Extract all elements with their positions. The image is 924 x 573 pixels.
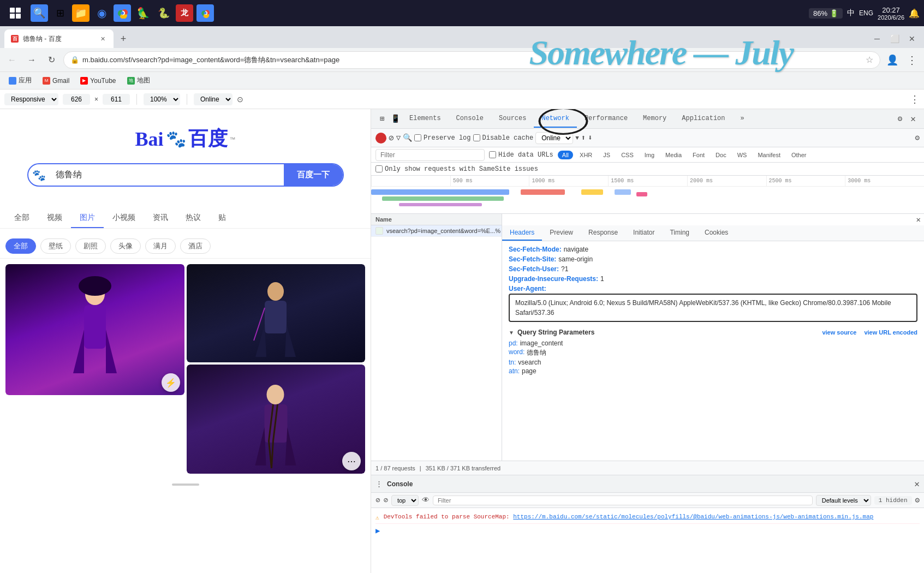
tab-images[interactable]: 图片 [71, 208, 104, 228]
bookmark-maps[interactable]: 地 地图 [123, 74, 154, 87]
tab-info[interactable]: 资讯 [144, 208, 177, 228]
filter-hotel[interactable]: 酒店 [180, 238, 211, 254]
tab-close-button[interactable]: ✕ [98, 34, 107, 43]
view-source-link[interactable]: view source [822, 329, 856, 336]
clear-button[interactable]: ⊘ [389, 133, 394, 144]
refresh-button[interactable]: ↻ [44, 52, 59, 68]
taskbar-icon-4[interactable]: 🐍 [155, 4, 172, 22]
console-close-button[interactable]: ✕ [914, 479, 920, 490]
console-clear-icon[interactable]: ⊘ [375, 496, 380, 505]
device-selector[interactable]: Responsive [4, 93, 58, 105]
taskbar-icon-1[interactable]: 📁 [72, 4, 90, 22]
headers-tab-response[interactable]: Response [581, 225, 625, 241]
filter-font-btn[interactable]: Font [688, 151, 709, 159]
filter-button[interactable]: ▽ [396, 133, 401, 142]
taskbar-icon-chrome2[interactable] [196, 4, 214, 22]
console-stop-icon[interactable]: ⊘ [383, 496, 388, 505]
network-throttle-selector[interactable]: Online [194, 93, 233, 105]
active-tab[interactable]: 百 德鲁纳 - 百度 ✕ [4, 29, 114, 48]
tab-application[interactable]: Application [674, 110, 732, 128]
minimize-button[interactable]: ─ [869, 31, 885, 46]
headers-tab-preview[interactable]: Preview [542, 225, 581, 241]
import-har-button[interactable]: ⬇ [588, 133, 592, 142]
console-context-selector[interactable]: top [391, 495, 419, 506]
filter-doc-btn[interactable]: Doc [711, 151, 731, 159]
filter-media-btn[interactable]: Media [661, 151, 686, 159]
export-har-button[interactable]: ⬆ [581, 133, 586, 142]
bookmark-apps[interactable]: 应用 [4, 74, 36, 87]
taskbar-search[interactable]: 🔍 [31, 4, 48, 22]
tab-console[interactable]: Console [449, 110, 491, 128]
sensor-icon[interactable]: ⊙ [237, 95, 243, 104]
tab-short-video[interactable]: 小视频 [104, 208, 144, 228]
tab-more[interactable]: » [733, 110, 752, 128]
menu-button[interactable]: ⋮ [904, 52, 920, 68]
samesite-checkbox[interactable] [375, 165, 383, 172]
devtools-device-icon[interactable]: 📱 [389, 112, 402, 126]
new-tab-button[interactable]: + [116, 31, 131, 46]
console-settings-icon[interactable]: ⚙ [915, 496, 920, 505]
devtools-close-button[interactable]: ✕ [907, 112, 920, 126]
tab-performance[interactable]: Performance [577, 110, 635, 128]
image-item-2[interactable] [187, 264, 366, 362]
headers-tab-timing[interactable]: Timing [662, 225, 697, 241]
close-button[interactable]: ✕ [904, 31, 920, 46]
back-button[interactable]: ← [4, 52, 20, 68]
filter-avatar[interactable]: 头像 [110, 238, 141, 254]
network-settings-button[interactable]: ⚙ [915, 133, 920, 142]
filter-all-btn[interactable]: All [558, 151, 573, 159]
search-button[interactable]: 🔍 [403, 133, 412, 142]
image-item-1[interactable]: ⚡ [5, 264, 184, 395]
devtools-inspect-icon[interactable]: ⊞ [375, 112, 389, 126]
filter-ws-btn[interactable]: WS [733, 151, 752, 159]
taskbar-chrome[interactable] [114, 4, 131, 22]
zoom-selector[interactable]: 100% [144, 93, 180, 105]
console-error-link[interactable]: https://m.baidu.com/se/static/molecules/… [513, 514, 873, 520]
headers-panel-close-button[interactable]: ✕ [916, 215, 921, 224]
notification-icon[interactable]: 🔔 [909, 8, 920, 19]
console-input[interactable] [383, 527, 920, 535]
taskbar-task-view[interactable]: ⊞ [51, 4, 69, 22]
tab-more[interactable]: 贴 [210, 208, 235, 228]
filter-img-btn[interactable]: Img [640, 151, 659, 159]
headers-tab-initiator[interactable]: Initiator [625, 225, 662, 241]
filter-manifest-btn[interactable]: Manifest [753, 151, 785, 159]
tab-video[interactable]: 视频 [38, 208, 71, 228]
baidu-search-button[interactable]: 百度一下 [284, 164, 343, 186]
headers-tab-cookies[interactable]: Cookies [697, 225, 736, 241]
filter-css-btn[interactable]: CSS [617, 151, 638, 159]
tab-hot[interactable]: 热议 [177, 208, 210, 228]
tab-sources[interactable]: Sources [491, 110, 534, 128]
account-icon[interactable]: 👤 [885, 52, 900, 68]
record-button[interactable] [375, 133, 386, 144]
device-toolbar-more[interactable]: ⋮ [910, 93, 920, 105]
bookmark-star-icon[interactable]: ☆ [866, 55, 873, 65]
image-item-3[interactable]: ⋯ [187, 365, 366, 474]
forward-button[interactable]: → [24, 52, 39, 68]
filter-icon[interactable]: ⚡ [162, 373, 180, 392]
taskbar-icon-3[interactable]: 🦜 [134, 4, 152, 22]
more-options-icon[interactable]: ⋯ [342, 452, 361, 470]
console-drawer-handle[interactable]: ⋮ [375, 480, 383, 488]
width-input[interactable] [63, 94, 90, 105]
filter-xhr-btn[interactable]: XHR [575, 151, 597, 159]
view-url-encoded-link[interactable]: view URL encoded [864, 329, 917, 336]
devtools-settings-icon[interactable]: ⚙ [893, 112, 907, 126]
bookmark-youtube[interactable]: ▶ YouTube [76, 75, 120, 86]
headers-tab-headers[interactable]: Headers [502, 225, 542, 241]
filter-wallpaper[interactable]: 壁纸 [40, 238, 71, 254]
restore-button[interactable]: ⬜ [887, 31, 902, 46]
filter-other-btn[interactable]: Other [787, 151, 811, 159]
tab-network[interactable]: Network [534, 110, 576, 128]
filter-stills[interactable]: 剧照 [75, 238, 106, 254]
tab-memory[interactable]: Memory [635, 110, 674, 128]
tab-elements[interactable]: Elements [402, 110, 449, 128]
console-level-selector[interactable]: Default levels [816, 495, 871, 506]
filter-all[interactable]: 全部 [5, 238, 36, 254]
taskbar-icon-5[interactable]: 龙 [176, 4, 193, 22]
filter-js-btn[interactable]: JS [599, 151, 615, 159]
tab-all[interactable]: 全部 [5, 208, 38, 228]
taskbar-icon-2[interactable]: ◉ [93, 4, 110, 22]
baidu-search-input[interactable] [50, 164, 284, 186]
console-filter-input[interactable] [433, 496, 813, 505]
